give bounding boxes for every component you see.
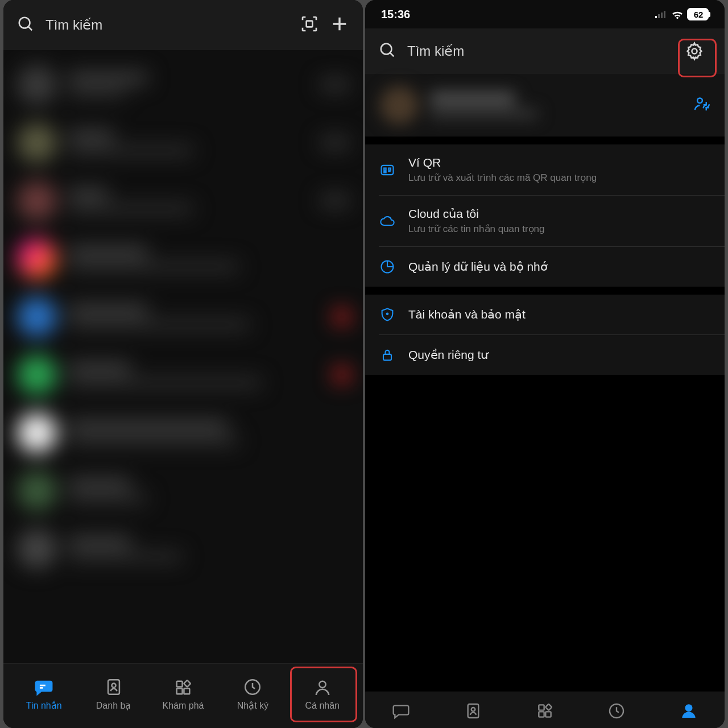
cellular-icon [655,10,668,18]
menu-item-storage[interactable]: Quản lý dữ liệu và bộ nhớ [379,247,725,287]
svg-point-0 [19,18,30,28]
svg-point-21 [692,48,697,53]
svg-rect-25 [388,168,391,170]
svg-point-38 [685,705,692,711]
tab-label: Tin nhắn [26,700,62,711]
settings-button[interactable] [678,35,711,68]
cloud-icon [379,213,396,230]
svg-rect-15 [655,16,657,18]
tab-diary[interactable]: Nhật ký [221,674,284,714]
svg-point-19 [381,44,392,55]
search-icon[interactable] [17,15,34,35]
menu-title: Tài khoản và bảo mật [408,308,526,321]
tab-messages[interactable] [392,702,410,722]
wifi-icon [671,10,684,19]
menu-item-cloud[interactable]: Cloud của tôi Lưu trữ các tin nhắn quan … [379,196,725,247]
tab-me[interactable]: Cá nhân [291,675,354,714]
tab-discover[interactable]: Khám phá [152,675,214,714]
lock-icon [379,346,396,363]
menu-item-qr-wallet[interactable]: Ví QR Lưu trữ và xuất trình các mã QR qu… [379,144,725,196]
svg-line-1 [28,27,32,30]
svg-point-14 [319,681,325,687]
svg-rect-24 [384,168,386,170]
tab-label: Khám phá [163,701,204,711]
battery-indicator: 62 [687,8,709,20]
pie-chart-icon [379,258,396,275]
menu-group-2: Tài khoản và bảo mật Quyền riêng tư [365,295,725,375]
qr-wallet-icon [379,162,396,179]
tab-contacts[interactable]: Danh bạ [82,674,145,714]
svg-rect-9 [177,681,183,686]
svg-point-32 [471,708,475,712]
status-bar: 15:36 62 [365,0,725,28]
svg-rect-10 [177,688,183,694]
avatar [380,86,419,125]
menu-group-1: Ví QR Lưu trữ và xuất trình các mã QR qu… [365,144,725,287]
svg-point-8 [111,684,115,688]
search-icon[interactable] [379,42,396,61]
plus-icon[interactable] [330,14,349,36]
tab-me[interactable] [680,702,698,722]
menu-title: Quyền riêng tư [408,348,488,362]
svg-rect-11 [184,688,189,694]
tab-discover[interactable] [536,702,554,722]
menu-title: Ví QR [408,156,597,169]
tab-label: Cá nhân [305,701,340,711]
tab-label: Nhật ký [237,700,268,711]
bottom-tabs-right [365,692,725,728]
qr-scan-icon[interactable] [300,15,318,35]
tab-contacts[interactable] [464,702,482,722]
bottom-tabs: Tin nhắn Danh bạ Khám phá Nhật ký Cá nhâ… [3,663,363,728]
svg-rect-34 [539,712,544,717]
right-screenshot: 15:36 62 Tìm kiếm [365,0,725,728]
svg-rect-17 [661,13,663,18]
shield-icon [379,306,396,323]
profile-row[interactable] [365,74,725,136]
svg-rect-33 [539,705,544,710]
menu-title: Quản lý dữ liệu và bộ nhớ [408,260,548,274]
right-header: Tìm kiếm [365,28,725,74]
menu-item-security[interactable]: Tài khoản và bảo mật [379,295,725,335]
tab-label: Danh bạ [96,700,131,711]
menu-title: Cloud của tôi [408,207,545,221]
svg-rect-36 [545,704,552,710]
svg-rect-23 [382,165,394,174]
svg-rect-12 [184,680,191,686]
left-screenshot: Tìm kiếm Tin nhắn Danh bạ [3,0,363,728]
svg-rect-2 [307,21,313,27]
svg-rect-16 [658,14,660,18]
svg-point-22 [697,98,702,103]
menu-item-privacy[interactable]: Quyền riêng tư [379,335,725,375]
svg-rect-35 [545,712,551,717]
menu-sub: Lưu trữ các tin nhắn quan trọng [408,223,545,235]
search-input[interactable]: Tìm kiếm [46,17,289,33]
search-input[interactable]: Tìm kiếm [407,43,667,59]
status-time: 15:36 [381,8,410,21]
svg-rect-30 [383,354,391,361]
svg-rect-18 [664,11,665,18]
svg-point-29 [386,313,389,316]
svg-line-20 [390,53,394,56]
tab-diary[interactable] [607,702,626,722]
switch-account-icon[interactable] [693,96,710,115]
left-header: Tìm kiếm [3,0,363,50]
chat-list-blurred [3,50,363,663]
svg-rect-26 [384,171,386,172]
tab-messages[interactable]: Tin nhắn [13,674,75,714]
menu-sub: Lưu trữ và xuất trình các mã QR quan trọ… [408,172,597,184]
